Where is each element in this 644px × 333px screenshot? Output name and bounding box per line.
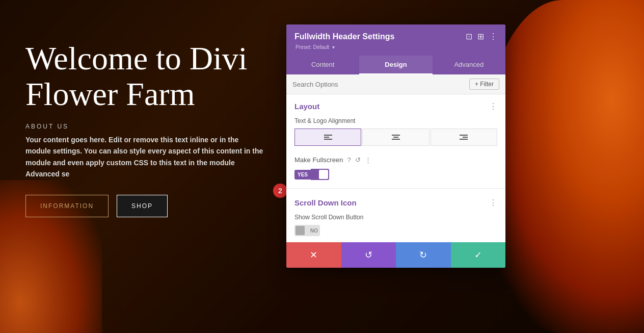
align-right-button[interactable] bbox=[431, 129, 497, 146]
layout-section-title: Layout bbox=[294, 102, 319, 111]
scroll-down-toggle-track[interactable]: NO bbox=[294, 225, 320, 236]
layout-section-menu-icon[interactable]: ⋮ bbox=[489, 101, 497, 111]
scroll-down-toggle-knob bbox=[296, 226, 305, 235]
panel-preset[interactable]: Preset: Default ▾ bbox=[294, 43, 497, 50]
page-title: Welcome to Divi Flower Farm bbox=[25, 41, 265, 113]
fullscreen-toggle[interactable]: YES bbox=[294, 169, 497, 180]
toggle-switch[interactable] bbox=[311, 169, 329, 180]
shop-button[interactable]: SHOP bbox=[117, 195, 168, 217]
align-center-button[interactable] bbox=[362, 129, 429, 146]
text-logo-alignment-setting: Text & Logo Alignment bbox=[286, 115, 505, 152]
align-left-button[interactable] bbox=[294, 129, 361, 146]
search-input[interactable] bbox=[292, 81, 469, 88]
columns-icon[interactable]: ⊞ bbox=[477, 32, 484, 41]
text-logo-alignment-label: Text & Logo Alignment bbox=[294, 117, 497, 124]
resize-icon[interactable]: ⊡ bbox=[466, 32, 472, 41]
layout-section-header: Layout ⋮ bbox=[286, 94, 505, 115]
tab-content[interactable]: Content bbox=[286, 56, 359, 74]
tab-advanced[interactable]: Advanced bbox=[433, 56, 505, 74]
align-center-icon bbox=[392, 134, 400, 140]
panel-header-icons: ⊡ ⊞ ⋮ bbox=[466, 32, 497, 41]
panel-tabs: Content Design Advanced bbox=[286, 56, 505, 74]
toggle-yes-label: YES bbox=[294, 170, 311, 180]
page-content: Welcome to Divi Flower Farm ABOUT US You… bbox=[0, 0, 285, 238]
panel-title: Fullwidth Header Settings bbox=[294, 32, 394, 41]
make-fullscreen-label-row: Make Fullscreen ? ↺ ⋮ bbox=[294, 156, 497, 164]
cancel-button[interactable]: ✕ bbox=[286, 242, 341, 268]
flower-right-decoration bbox=[481, 0, 644, 333]
scroll-down-section-menu-icon[interactable]: ⋮ bbox=[489, 198, 497, 208]
scroll-down-section-title: Scroll Down Icon bbox=[294, 198, 357, 207]
reset-button[interactable]: ↺ bbox=[341, 242, 396, 268]
about-label: ABOUT US bbox=[25, 123, 265, 130]
alignment-buttons bbox=[294, 129, 497, 146]
panel-header-top: Fullwidth Header Settings ⊡ ⊞ ⋮ bbox=[294, 32, 497, 41]
redo-button[interactable]: ↻ bbox=[396, 242, 451, 268]
filter-button[interactable]: + Filter bbox=[469, 79, 499, 90]
show-scroll-down-setting: Show Scroll Down Button NO bbox=[286, 212, 505, 242]
page-body: Your content goes here. Edit or remove t… bbox=[25, 134, 265, 180]
scroll-down-section-header: Scroll Down Icon ⋮ bbox=[286, 191, 505, 212]
search-bar: + Filter bbox=[286, 74, 505, 94]
section-divider bbox=[286, 188, 505, 189]
scroll-down-toggle[interactable]: NO bbox=[294, 225, 497, 236]
panel-body: Layout ⋮ Text & Logo Alignment bbox=[286, 94, 505, 242]
more-options-icon[interactable]: ⋮ bbox=[489, 32, 497, 41]
settings-panel: Fullwidth Header Settings ⊡ ⊞ ⋮ Preset: … bbox=[286, 24, 505, 268]
save-button[interactable]: ✓ bbox=[451, 242, 506, 268]
show-scroll-down-label: Show Scroll Down Button bbox=[294, 214, 497, 221]
panel-footer: ✕ ↺ ↻ ✓ bbox=[286, 242, 505, 268]
cta-buttons: INFORMATION SHOP bbox=[25, 195, 265, 217]
panel-header: Fullwidth Header Settings ⊡ ⊞ ⋮ Preset: … bbox=[286, 24, 505, 56]
information-button[interactable]: INFORMATION bbox=[25, 195, 109, 217]
help-icon[interactable]: ? bbox=[347, 156, 351, 164]
align-left-icon bbox=[324, 134, 332, 140]
more-field-options-icon[interactable]: ⋮ bbox=[365, 156, 371, 164]
toggle-no-label: NO bbox=[310, 228, 318, 234]
make-fullscreen-setting: Make Fullscreen ? ↺ ⋮ YES bbox=[286, 152, 505, 186]
badge-2: 2 bbox=[273, 184, 287, 198]
reset-field-icon[interactable]: ↺ bbox=[355, 156, 361, 164]
tab-design[interactable]: Design bbox=[359, 56, 432, 74]
align-right-icon bbox=[460, 134, 468, 140]
toggle-knob bbox=[319, 170, 328, 179]
make-fullscreen-label: Make Fullscreen bbox=[294, 156, 343, 164]
